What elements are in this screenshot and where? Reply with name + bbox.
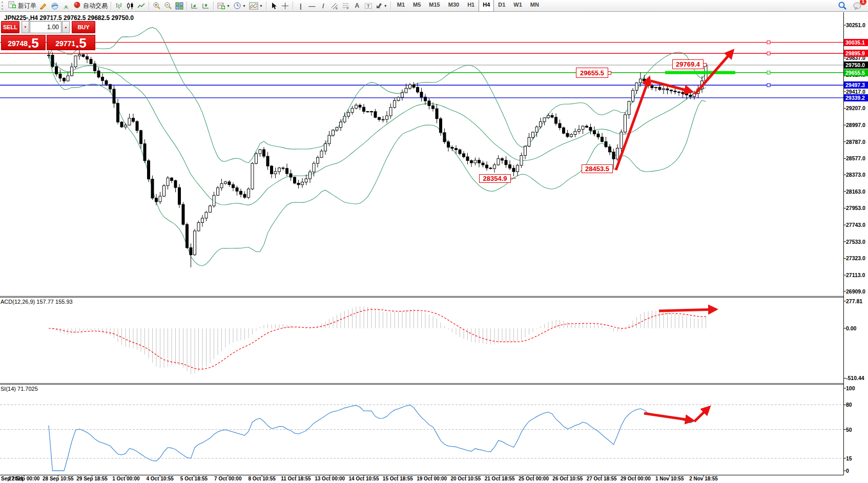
trend-arrow[interactable] — [644, 413, 693, 421]
macd-scale-label: 0.00 — [846, 325, 856, 331]
candle-body — [82, 54, 85, 56]
candle-body — [320, 151, 323, 157]
candle-body — [497, 159, 500, 165]
candle-body — [155, 198, 158, 202]
trendline-tool-icon[interactable]: / — [318, 1, 329, 11]
time-axis-label: 1 Nov 10:55 — [655, 476, 684, 481]
timeframe-button-w1[interactable]: W1 — [509, 0, 526, 12]
candle-body — [247, 189, 250, 197]
toolbar-grip[interactable] — [2, 2, 5, 10]
signal-icon[interactable] — [60, 1, 72, 11]
buy-price-display[interactable]: 29771.5 — [47, 35, 95, 50]
candle-body — [601, 137, 604, 142]
publish-chart-icon[interactable] — [49, 1, 60, 11]
candle-body — [128, 118, 131, 125]
candle-body — [394, 101, 396, 108]
candle-body — [178, 187, 181, 204]
macd-signal-line — [49, 309, 706, 369]
price-annotation[interactable]: 29769.4 — [672, 59, 704, 69]
price-badge: 29497.3 — [844, 81, 868, 89]
price-annotation[interactable]: 29655.5 — [576, 68, 608, 78]
text-label-tool-icon[interactable]: T — [363, 1, 374, 11]
candle-body — [209, 206, 212, 212]
candle-body — [259, 150, 261, 154]
candle-body — [528, 137, 530, 146]
candle-body — [436, 109, 438, 119]
autotrade-button[interactable]: 自动交易 — [72, 1, 109, 11]
search-icon[interactable] — [836, 1, 849, 11]
candlestick-chart-type-icon[interactable] — [125, 1, 136, 11]
zoom-out-icon[interactable] — [162, 1, 174, 11]
rsi-scale-label: 15 — [846, 455, 852, 461]
line-endpoint-marker[interactable] — [767, 41, 770, 44]
volume-input[interactable]: 1.00 — [30, 21, 61, 33]
candle-body — [109, 85, 112, 89]
candle-body — [486, 165, 488, 168]
crayon-icon[interactable] — [38, 1, 49, 11]
candle-body — [409, 85, 411, 89]
text-tool-icon[interactable]: A — [352, 1, 363, 11]
price-tick-label: 28997.0 — [846, 122, 865, 128]
candle-body — [197, 222, 200, 230]
timeframe-button-m1[interactable]: M1 — [393, 0, 409, 12]
candle-body — [597, 134, 600, 137]
candle-body — [194, 231, 196, 255]
timeframe-button-h1[interactable]: H1 — [463, 0, 479, 12]
candle-body — [378, 117, 381, 119]
notifications-icon[interactable]: 1 — [852, 1, 864, 11]
trend-arrow[interactable] — [694, 407, 709, 422]
line-chart-type-icon[interactable] — [136, 1, 147, 11]
horizontal-line-tool-icon[interactable]: — — [306, 1, 318, 11]
periods-button[interactable]: ▼ — [232, 1, 247, 11]
channel-tool-icon[interactable]: E — [329, 1, 340, 11]
time-axis-label: 5 Oct 18:55 — [180, 476, 208, 481]
volume-decrease-button[interactable]: ▼ — [22, 21, 29, 33]
timeframe-button-d1[interactable]: D1 — [494, 0, 509, 12]
candle-body — [505, 160, 507, 165]
timeframe-button-m30[interactable]: M30 — [444, 0, 463, 12]
vertical-line-tool-icon[interactable]: | — [295, 1, 306, 11]
line-endpoint-marker[interactable] — [767, 83, 770, 87]
tile-windows-icon[interactable] — [174, 1, 185, 11]
autoscroll-icon[interactable] — [189, 1, 200, 11]
chart-canvas[interactable] — [0, 0, 868, 483]
cursor-tool-icon[interactable] — [268, 1, 280, 11]
separator — [149, 2, 150, 10]
crosshair-tool-icon[interactable] — [280, 1, 291, 11]
fibonacci-tool-icon[interactable]: F — [340, 1, 352, 11]
price-annotation[interactable]: 28453.5 — [582, 164, 613, 173]
arrows-tool-button[interactable]: ▼ — [374, 1, 389, 11]
candle-body — [620, 132, 623, 148]
candle-body — [655, 87, 657, 88]
timeframe-button-mn[interactable]: MN — [526, 0, 543, 12]
candle-body — [243, 194, 246, 197]
zoom-in-icon[interactable] — [151, 1, 162, 11]
trend-arrow[interactable] — [659, 309, 716, 311]
sell-price-display[interactable]: 29748.5 — [1, 35, 46, 50]
price-tick-label: 28163.0 — [846, 188, 865, 195]
price-badge: 29895.9 — [844, 50, 868, 57]
indicators-button[interactable]: ▼ — [216, 1, 232, 11]
candle-body — [463, 154, 465, 157]
bar-chart-type-icon[interactable] — [113, 1, 125, 11]
candle-body — [624, 115, 627, 132]
line-endpoint-marker[interactable] — [767, 71, 770, 74]
sell-button[interactable]: SELL — [1, 21, 19, 33]
price-annotation[interactable]: 28354.9 — [479, 174, 511, 183]
templates-button[interactable]: ▼ — [247, 1, 264, 11]
buy-button[interactable]: BUY — [72, 21, 95, 33]
candle-body — [605, 142, 607, 147]
timeframe-button-h4[interactable]: H4 — [479, 0, 494, 12]
candle-body — [651, 86, 653, 88]
timeframe-button-m15[interactable]: M15 — [425, 0, 444, 12]
candle-body — [470, 161, 473, 163]
candle-body — [332, 130, 335, 135]
price-tick-label: 28373.0 — [846, 172, 865, 178]
timeframe-button-m5[interactable]: M5 — [409, 0, 425, 12]
new-order-button[interactable]: 新订单 — [7, 1, 38, 11]
volume-increase-button[interactable]: ▲ — [62, 21, 70, 33]
support-zone-bar[interactable] — [665, 71, 735, 74]
candle-body — [420, 92, 423, 97]
chart-shift-icon[interactable] — [200, 1, 212, 11]
line-endpoint-marker[interactable] — [767, 52, 770, 55]
